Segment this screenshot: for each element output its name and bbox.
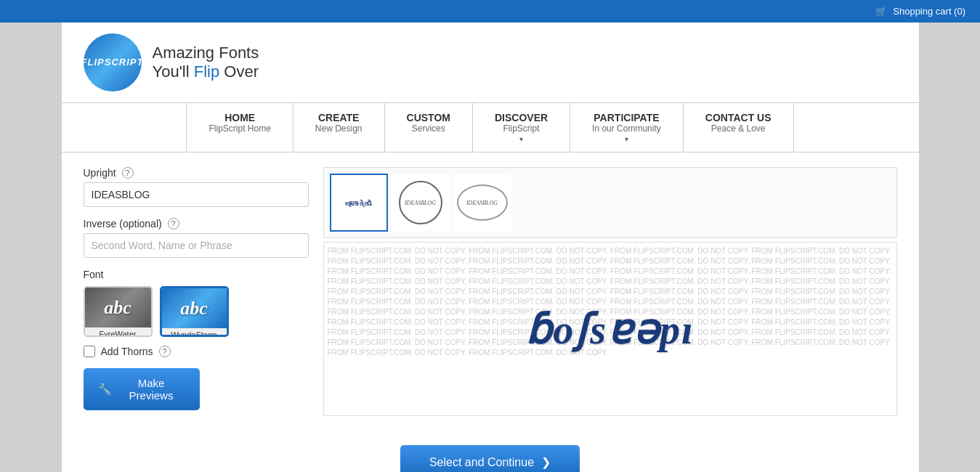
nav-custom-main: CUSTOM (407, 112, 450, 123)
logo-inner-text: FLIPSCRIPT (84, 57, 142, 68)
logo-area: FLIPSCRIPT Amazing Fonts You'll Flip Ove… (84, 33, 259, 91)
thumb-3-oval: IDEASBLOG (457, 184, 508, 221)
thumb-3[interactable]: IDEASBLOG (453, 174, 511, 232)
wrench-icon: 🔧 (98, 383, 112, 396)
upright-input[interactable] (84, 182, 309, 207)
main-wrapper: FLIPSCRIPT Amazing Fonts You'll Flip Ove… (62, 23, 919, 472)
nav-bar: HOME FlipScript Home CREATE New Design C… (62, 102, 919, 152)
top-bar: 🛒 Shopping cart (0) (0, 0, 980, 23)
inverse-label: Inverse (optional) ? (84, 218, 309, 229)
thumb-3-text: IDEASBLOG (466, 200, 498, 206)
thumb-1-text: ɓoʃsɐǝpı (345, 199, 373, 207)
cart-label[interactable]: Shopping cart (0) (893, 6, 965, 17)
thorns-checkbox[interactable] (84, 346, 95, 357)
thorns-label: Add Thorns (101, 346, 153, 357)
font-wyndestorm-abc: abc (180, 298, 208, 320)
font-label: Font (84, 269, 309, 280)
cart-icon: 🛒 (875, 6, 887, 17)
nav-participate-sub: In our Community (592, 123, 661, 134)
preview-thumbs: ɓoʃsɐǝpı IDEASBLOG IDEASBLOG (323, 167, 897, 238)
select-continue-button[interactable]: Select and Continue ❯ (400, 445, 580, 472)
font-options: abc FyreWater abc WyndeStorm (84, 286, 309, 337)
nav-discover-indicator: ▾ (495, 135, 548, 143)
header: FLIPSCRIPT Amazing Fonts You'll Flip Ove… (62, 23, 919, 102)
font-wyndestorm[interactable]: abc WyndeStorm (160, 286, 229, 337)
nav-create[interactable]: CREATE New Design (293, 103, 385, 152)
font-fyrewater[interactable]: abc FyreWater (84, 286, 153, 337)
upright-label: Upright ? (84, 167, 309, 179)
select-continue-row: Select and Continue ❯ (62, 445, 919, 472)
font-fyrewater-abc: abc (104, 297, 131, 319)
tagline: Amazing Fonts You'll Flip Over (153, 44, 259, 81)
thumb-2[interactable]: IDEASBLOG (392, 174, 450, 232)
upright-group: Upright ? (84, 167, 309, 207)
tagline-line1: Amazing Fonts (153, 44, 259, 62)
make-previews-button[interactable]: 🔧 Make Previews (84, 368, 200, 410)
thumb-2-text: IDEASBLOG (405, 200, 436, 206)
tagline-line2: You'll Flip Over (153, 62, 259, 81)
inverse-input[interactable] (84, 233, 309, 258)
select-continue-label: Select and Continue (429, 456, 534, 469)
content-area: Upright ? Inverse (optional) ? Font abc (62, 152, 919, 431)
main-preview: FROM FLIPSCRIPT.COM. DO NOT COPY. FROM F… (323, 242, 897, 416)
font-wyndestorm-bg: abc (162, 288, 227, 328)
thumb-2-circle: IDEASBLOG (399, 181, 442, 224)
nav-create-main: CREATE (315, 112, 363, 123)
nav-contact-sub: Peace & Love (705, 123, 772, 134)
thorns-row: Add Thorns ? (84, 346, 309, 357)
nav-participate-main: PARTICIPATE (592, 112, 661, 123)
font-wyndestorm-name: WyndeStorm (162, 328, 227, 337)
nav-participate[interactable]: PARTICIPATE In our Community ▾ (570, 103, 684, 152)
nav-home[interactable]: HOME FlipScript Home (186, 103, 293, 152)
thorns-help-icon[interactable]: ? (159, 346, 171, 357)
nav-custom[interactable]: CUSTOM Services (385, 103, 473, 152)
upright-help-icon[interactable]: ? (122, 167, 134, 179)
left-panel: Upright ? Inverse (optional) ? Font abc (84, 167, 309, 416)
make-previews-label: Make Previews (118, 377, 185, 402)
nav-home-main: HOME (208, 112, 270, 123)
nav-discover[interactable]: DISCOVER FlipScript ▾ (473, 103, 570, 152)
preview-design-text: ɓoʃsɐǝpı (525, 306, 694, 353)
nav-custom-sub: Services (407, 123, 450, 134)
inverse-help-icon[interactable]: ? (168, 218, 179, 229)
nav-discover-main: DISCOVER (495, 112, 548, 123)
thumb-1[interactable]: ɓoʃsɐǝpı (330, 174, 388, 232)
right-panel: ɓoʃsɐǝpı IDEASBLOG IDEASBLOG FROM FLIPSC… (323, 167, 897, 416)
nav-participate-indicator: ▾ (592, 135, 661, 143)
nav-contact[interactable]: CONTACT US Peace & Love (684, 103, 794, 152)
font-fyrewater-bg: abc (85, 288, 151, 327)
nav-discover-sub: FlipScript (495, 123, 548, 134)
logo-image: FLIPSCRIPT (84, 33, 142, 91)
font-fyrewater-name: FyreWater (85, 327, 151, 337)
chevron-right-icon: ❯ (541, 455, 551, 469)
nav-home-sub: FlipScript Home (208, 123, 270, 134)
nav-contact-main: CONTACT US (705, 112, 772, 123)
nav-create-sub: New Design (315, 123, 363, 134)
inverse-group: Inverse (optional) ? (84, 218, 309, 258)
